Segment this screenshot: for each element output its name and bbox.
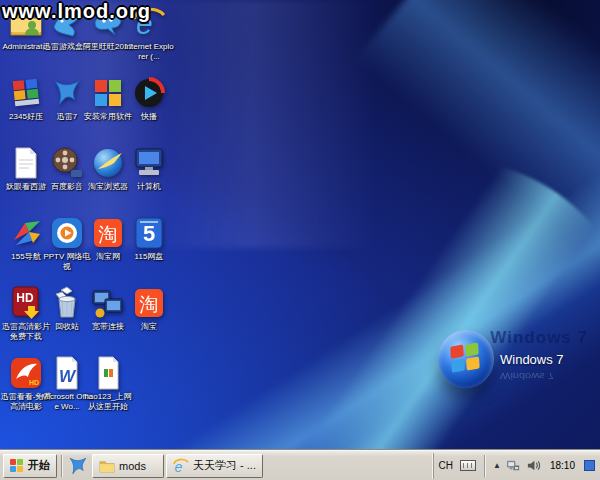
install-common-software-icon: [91, 76, 125, 110]
icon-label: Internet Explorer (...: [123, 42, 175, 62]
computer-icon: [132, 146, 166, 180]
chevron-up-icon[interactable]: ▲: [493, 461, 501, 470]
xunlei-7-icon: [50, 76, 84, 110]
task-button-label: 天天学习 - ...: [193, 458, 256, 473]
desktop-icon-grid: Administrator迅雷游戏盒子阿里旺旺2012eInternet Exp…: [0, 0, 600, 480]
system-tray: CH ▲ 18:10: [433, 453, 600, 479]
115-wangpan[interactable]: 5115网盘: [123, 216, 175, 262]
taobao[interactable]: 淘淘宝: [123, 286, 175, 332]
svg-text:HD: HD: [16, 291, 34, 305]
icon-label: 淘宝: [123, 322, 175, 332]
recycle-bin-icon: [50, 286, 84, 320]
hao123-start-page-icon: [91, 356, 125, 390]
network-icon[interactable]: [506, 458, 521, 473]
svg-text:5: 5: [143, 221, 155, 246]
qvod-player[interactable]: 快播: [123, 76, 175, 122]
115-wangpan-icon: 5: [132, 216, 166, 250]
icon-label: hao123_上网 从这里开始: [82, 392, 134, 412]
taobao-browser-icon: [91, 146, 125, 180]
volume-icon[interactable]: [526, 458, 541, 473]
task-button-label: mods: [119, 460, 146, 472]
broadband-connection-icon: [91, 286, 125, 320]
ie-small-icon: e: [173, 458, 189, 474]
svg-text:W: W: [59, 367, 77, 386]
2345-haoya-icon: [9, 76, 43, 110]
site-watermark: www.lmod.org: [2, 0, 151, 23]
tray-separator: [484, 455, 485, 477]
xunlei-hd-movie-download-icon: HD: [9, 286, 43, 320]
clock[interactable]: 18:10: [546, 460, 579, 471]
taobao-wang-icon: 淘: [91, 216, 125, 250]
show-desktop-button[interactable]: [584, 460, 595, 471]
hao123-start-page[interactable]: hao123_上网 从这里开始: [82, 356, 134, 412]
155-daohang-icon: [9, 216, 43, 250]
icon-label: 快播: [123, 112, 175, 122]
ime-language-indicator[interactable]: CH: [437, 459, 455, 472]
taobao-icon: 淘: [132, 286, 166, 320]
task-tiantian-xuexi[interactable]: e天天学习 - ...: [166, 454, 263, 478]
icon-label: 计算机: [123, 182, 175, 192]
taskbar: 开始 modse天天学习 - ... CH ▲ 18:10: [0, 450, 600, 480]
svg-text:淘: 淘: [140, 294, 159, 315]
task-mods-folder[interactable]: mods: [92, 454, 164, 478]
start-label: 开始: [28, 458, 50, 473]
xunlei-kankan-icon: HD: [9, 356, 43, 390]
taskbar-separator: [61, 455, 62, 477]
svg-text:HD: HD: [29, 379, 39, 386]
start-button[interactable]: 开始: [3, 454, 57, 478]
pptv-network-tv-icon: [50, 216, 84, 250]
ms-office-word-icon: W: [50, 356, 84, 390]
icon-label: 115网盘: [123, 252, 175, 262]
yaoyan-kan-xiyou-txt-icon: [9, 146, 43, 180]
desktop: Windows 7 Windows 7 Windows 7 www.lmod.o…: [0, 0, 600, 480]
computer[interactable]: 计算机: [123, 146, 175, 192]
task-button-area: modse天天学习 - ...: [91, 454, 264, 478]
baidu-yingyin-icon: [50, 146, 84, 180]
windows-start-icon: [10, 459, 24, 473]
xunlei-quick-launch[interactable]: [67, 455, 89, 477]
qvod-player-icon: [132, 76, 166, 110]
folder-icon: [99, 458, 115, 474]
quick-launch-area: [65, 455, 91, 477]
keyboard-icon[interactable]: [460, 460, 476, 471]
svg-text:淘: 淘: [99, 224, 118, 245]
